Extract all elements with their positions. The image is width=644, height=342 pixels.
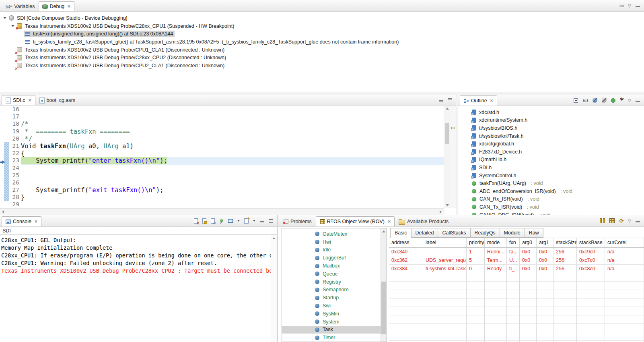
- tab-debug[interactable]: Debug ×: [39, 1, 74, 11]
- close-icon[interactable]: ×: [68, 4, 70, 9]
- column-header-stackbase[interactable]: stackBase: [577, 238, 605, 247]
- line-number[interactable]: 25: [9, 172, 19, 179]
- cell[interactable]: Term...: [485, 256, 507, 264]
- outline-item-3[interactable]: ti/sysbios/knl/Task.h: [472, 132, 644, 140]
- cell[interactable]: Ready: [485, 265, 507, 273]
- view-menu-icon[interactable]: ▽: [628, 98, 631, 103]
- cell[interactable]: U...: [507, 256, 520, 264]
- hide-static-icon[interactable]: [602, 98, 607, 103]
- maximize-icon[interactable]: [269, 219, 273, 223]
- overview-annotation[interactable]: [451, 127, 455, 129]
- view-menu-icon[interactable]: ▽: [628, 219, 631, 223]
- column-header-arg0[interactable]: arg0: [520, 238, 537, 247]
- pin-console-icon[interactable]: [219, 219, 224, 223]
- tab-console[interactable]: Console ×: [2, 216, 41, 226]
- column-header-stacksize[interactable]: stackSize: [553, 238, 577, 247]
- table-icon[interactable]: [609, 218, 615, 223]
- cell[interactable]: ti_...: [507, 265, 520, 273]
- refresh-icon[interactable]: ⟳: [619, 219, 623, 223]
- rov-view-tab-module[interactable]: Module: [500, 228, 525, 238]
- cell[interactable]: [423, 248, 467, 256]
- cell[interactable]: 256: [553, 256, 577, 264]
- tab-problems[interactable]: Problems: [280, 216, 316, 226]
- debug-tree-item-4[interactable]: Texas Instruments XDS100v2 USB Debug Pro…: [0, 46, 644, 54]
- line-number[interactable]: 29: [9, 201, 19, 208]
- column-header-priority[interactable]: priority: [467, 238, 485, 247]
- cell[interactable]: 0x0: [520, 248, 537, 256]
- scroll-up-icon[interactable]: [272, 237, 276, 239]
- rov-item-registry[interactable]: Registry: [282, 278, 381, 286]
- column-header-address[interactable]: address: [389, 238, 423, 247]
- editor-horizontal-scrollbar[interactable]: [0, 208, 444, 215]
- rov-item-queue[interactable]: Queue: [282, 270, 381, 278]
- scroll-up-icon[interactable]: [446, 108, 449, 110]
- code-line-29[interactable]: [21, 201, 444, 208]
- cell[interactable]: 256: [553, 265, 577, 273]
- rov-item-semaphore[interactable]: Semaphore: [282, 286, 381, 294]
- rov-item-sysmin[interactable]: SysMin: [282, 310, 381, 318]
- code-line-18[interactable]: /*: [21, 120, 444, 128]
- minimize-icon[interactable]: [636, 101, 640, 102]
- column-header-mode[interactable]: mode: [485, 238, 507, 247]
- cell[interactable]: ti.sysbios.knl.Task...: [423, 265, 467, 273]
- open-console-icon[interactable]: [244, 218, 249, 224]
- line-number[interactable]: 20: [9, 135, 19, 143]
- cell[interactable]: UDS_server_requ...: [423, 256, 467, 264]
- cell[interactable]: 0xc9c0: [577, 248, 605, 256]
- line-number[interactable]: 23: [9, 157, 19, 164]
- column-header-curcorei[interactable]: curCoreI: [605, 238, 644, 247]
- debug-tree-item-0[interactable]: SDI [Code Composer Studio - Device Debug…: [0, 14, 644, 22]
- maximize-icon[interactable]: [448, 98, 452, 102]
- line-number[interactable]: 16: [9, 106, 19, 113]
- cell[interactable]: n/a: [605, 265, 644, 273]
- rov-view-tab-callstacks[interactable]: CallStacks: [438, 228, 470, 238]
- outline-item-6[interactable]: IQmathLib.h: [472, 156, 644, 164]
- code-line-23[interactable]: System_printf("enter taskFxn()\n");: [21, 157, 444, 164]
- code-area[interactable]: /* * ======== taskFxn ======== */Void ta…: [21, 106, 444, 208]
- line-number[interactable]: 17: [9, 113, 19, 120]
- rov-item-timer[interactable]: Timer: [282, 334, 381, 342]
- cell[interactable]: 0xc8c0: [577, 265, 605, 273]
- rov-item-system[interactable]: System: [282, 318, 381, 326]
- outline-item-9[interactable]: taskFxn(UArg, UArg) : void: [472, 179, 644, 187]
- close-icon[interactable]: ×: [35, 219, 37, 224]
- tab-variables[interactable]: (x)= Variables: [2, 1, 39, 11]
- debug-tree-item-6[interactable]: Texas Instruments XDS100v2 USB Debug Pro…: [0, 62, 644, 70]
- minimize-icon[interactable]: [636, 221, 640, 222]
- tab-rtos-object-view[interactable]: RTOS Object View (ROV) ×: [316, 216, 395, 226]
- chevron-down-icon[interactable]: [253, 220, 255, 222]
- editor-vertical-scrollbar[interactable]: [444, 106, 450, 208]
- line-number[interactable]: 22: [9, 150, 19, 157]
- cell[interactable]: 0xc7c0: [577, 256, 605, 264]
- debug-tree-item-5[interactable]: Texas Instruments XDS100v2 USB Debug Pro…: [0, 54, 644, 62]
- code-line-24[interactable]: [21, 165, 444, 172]
- filter-icon[interactable]: *: [620, 98, 623, 102]
- editor-tab-boot-cg-asm[interactable]: .S boot_cg.asm: [35, 95, 80, 105]
- rov-view-tab-raw[interactable]: Raw: [525, 228, 543, 238]
- word-wrap-icon[interactable]: [211, 218, 215, 224]
- rov-item-gatemutex[interactable]: GateMutex: [282, 230, 381, 238]
- scroll-right-icon[interactable]: [440, 210, 442, 213]
- cell[interactable]: ta...: [507, 248, 520, 256]
- cell[interactable]: n/a: [605, 256, 644, 264]
- rov-row-0[interactable]: 0xc3401Runni...ta...0x00x02560xc9c0n/a: [389, 248, 644, 256]
- outline-item-10[interactable]: ADC_endOfConversion_ISR(void) : void: [472, 187, 644, 195]
- line-number-column[interactable]: 1617181920212223242526272829: [9, 106, 19, 208]
- outline-item-4[interactable]: xdc/cfg/global.h: [472, 140, 644, 148]
- rov-item-hwi[interactable]: Hwi: [282, 238, 381, 246]
- cell[interactable]: 256: [553, 248, 577, 256]
- remove-all-terminated-icon[interactable]: ××: [619, 3, 623, 9]
- cell[interactable]: 0: [467, 265, 485, 273]
- outline-item-5[interactable]: F2837xD_Device.h: [472, 148, 644, 156]
- code-line-19[interactable]: * ======== taskFxn ========: [21, 128, 444, 135]
- cell[interactable]: 0x0: [537, 265, 553, 273]
- outline-item-8[interactable]: SystemControl.h: [472, 172, 644, 180]
- view-menu-icon[interactable]: ▽: [628, 4, 631, 8]
- tree-expand-chevron[interactable]: [2, 17, 8, 19]
- scrollbar-thumb[interactable]: [445, 123, 449, 144]
- scroll-left-icon[interactable]: [2, 210, 4, 213]
- debug-tree-item-1[interactable]: Texas Instruments XDS100v2 USB Debug Pro…: [0, 22, 644, 30]
- outline-item-13[interactable]: CANIO_DBG_SWI(void) : void: [472, 211, 644, 215]
- rov-view-tab-readyqs[interactable]: ReadyQs: [470, 228, 500, 238]
- outline-item-12[interactable]: CAN_Tx_ISR(void) : void: [472, 203, 644, 211]
